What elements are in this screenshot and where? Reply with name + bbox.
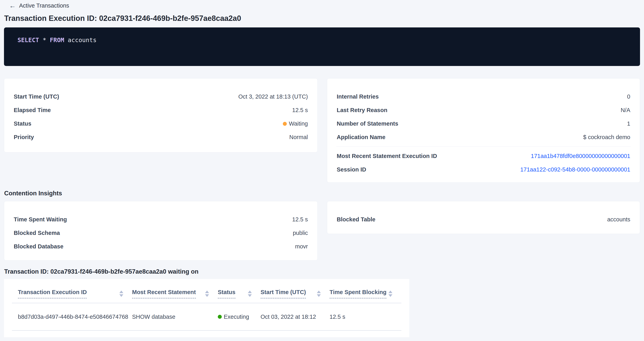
row-label: Elapsed Time	[14, 107, 51, 113]
overview-card-right: Internal Retries 0 Last Retry Reason N/A…	[327, 78, 640, 183]
sort-desc-icon	[205, 294, 209, 297]
row-label: Application Name	[337, 134, 386, 140]
status-text: Waiting	[289, 120, 308, 127]
row-label: Most Recent Statement Execution ID	[337, 153, 437, 159]
row-label: Blocked Schema	[14, 230, 60, 236]
row-label: Status	[14, 120, 32, 127]
row-label: Priority	[14, 134, 34, 140]
sql-statement-text: SELECT * FROM accounts	[18, 36, 630, 44]
table-row: b8d7d03a-d497-446b-8474-e50846674768 SHO…	[12, 303, 401, 330]
waiting-on-heading: Transaction ID: 02ca7931-f246-469b-b2fe-…	[4, 269, 640, 275]
status-waiting-dot-icon	[283, 122, 287, 126]
row-value: Normal	[290, 134, 308, 140]
row-application-name: Application Name $ cockroach demo	[327, 130, 640, 144]
row-status: Status Waiting	[4, 117, 318, 130]
row-value: 12.5 s	[292, 107, 308, 113]
statement-execution-id-link[interactable]: 171aa1b478fdf0e80000000000000001	[531, 153, 630, 159]
sort-asc-icon	[317, 291, 321, 293]
page-title: Transaction Execution ID: 02ca7931-f246-…	[4, 14, 640, 22]
sort-asc-icon	[388, 291, 392, 293]
column-header-label: Most Recent Statement	[132, 289, 196, 299]
transaction-details-page: ← Active Transactions Transaction Execut…	[0, 1, 644, 337]
row-label: Session ID	[337, 166, 366, 173]
sql-keyword-select: SELECT	[18, 36, 39, 43]
row-value: $ cockroach demo	[583, 134, 630, 140]
column-header-label: Start Time (UTC)	[260, 289, 306, 299]
row-value: accounts	[607, 216, 630, 223]
waiting-on-table: Transaction Execution ID Most Recent Sta…	[4, 279, 409, 337]
row-value: 12.5 s	[292, 216, 308, 223]
row-most-recent-statement-execution-id: Most Recent Statement Execution ID 171aa…	[327, 149, 640, 163]
row-value: public	[293, 230, 308, 236]
overview-card-left: Start Time (UTC) Oct 3, 2022 at 18:13 (U…	[4, 78, 318, 152]
column-header-time-spent-blocking[interactable]: Time Spent Blocking	[330, 289, 401, 299]
row-last-retry-reason: Last Retry Reason N/A	[327, 103, 640, 117]
table-row-divider	[12, 330, 401, 331]
sort-asc-icon	[248, 291, 252, 293]
sort-asc-icon	[119, 291, 123, 293]
row-label: Number of Statements	[337, 120, 398, 127]
row-label: Blocked Table	[337, 216, 375, 223]
row-value: movr	[295, 243, 308, 250]
cell-start-time-utc: Oct 03, 2022 at 18:12	[260, 314, 330, 320]
overview-cards: Start Time (UTC) Oct 3, 2022 at 18:13 (U…	[4, 78, 640, 183]
back-link-label: Active Transactions	[19, 2, 69, 9]
column-header-status[interactable]: Status	[218, 289, 260, 299]
column-header-label: Status	[218, 289, 236, 299]
sql-star: *	[39, 36, 50, 43]
sql-table-name: accounts	[64, 36, 97, 43]
cell-most-recent-statement: SHOW database	[132, 314, 218, 320]
cell-transaction-execution-id: b8d7d03a-d497-446b-8474-e50846674768	[18, 314, 132, 320]
sql-keyword-from: FROM	[50, 36, 64, 43]
sort-icon	[388, 291, 392, 297]
back-link-active-transactions[interactable]: ← Active Transactions	[9, 1, 69, 9]
cell-status: Executing	[218, 314, 260, 320]
column-header-start-time-utc[interactable]: Start Time (UTC)	[260, 289, 330, 299]
sort-asc-icon	[205, 291, 209, 293]
contention-insights-heading: Contention Insights	[4, 190, 640, 197]
contention-card-left: Time Spent Waiting 12.5 s Blocked Schema…	[4, 201, 318, 261]
row-label: Start Time (UTC)	[14, 93, 59, 100]
sort-desc-icon	[388, 294, 392, 297]
row-internal-retries: Internal Retries 0	[327, 90, 640, 103]
card-divider	[336, 146, 631, 147]
row-blocked-table: Blocked Table accounts	[327, 213, 640, 226]
session-id-link[interactable]: 171aa122-c092-54b8-0000-000000000001	[520, 166, 630, 173]
sort-icon	[248, 291, 252, 297]
table-header-row: Transaction Execution ID Most Recent Sta…	[12, 279, 401, 299]
row-label: Last Retry Reason	[337, 107, 388, 113]
back-arrow-icon: ←	[9, 2, 16, 9]
sql-statement-box: SELECT * FROM accounts	[4, 27, 640, 66]
row-value: 0	[627, 93, 630, 100]
row-priority: Priority Normal	[4, 130, 318, 144]
column-header-most-recent-statement[interactable]: Most Recent Statement	[132, 289, 218, 299]
cell-time-spent-blocking: 12.5 s	[330, 314, 401, 320]
status-badge: Waiting	[283, 120, 308, 127]
column-header-label: Transaction Execution ID	[18, 289, 87, 299]
contention-card-right: Blocked Table accounts	[327, 201, 640, 234]
row-label: Blocked Database	[14, 243, 64, 250]
column-header-transaction-execution-id[interactable]: Transaction Execution ID	[18, 289, 132, 299]
row-start-time: Start Time (UTC) Oct 3, 2022 at 18:13 (U…	[4, 90, 318, 103]
sort-desc-icon	[248, 294, 252, 297]
row-value: Oct 3, 2022 at 18:13 (UTC)	[238, 93, 308, 100]
sort-icon	[119, 291, 123, 297]
sort-icon	[317, 291, 321, 297]
contention-cards: Time Spent Waiting 12.5 s Blocked Schema…	[4, 201, 640, 261]
sort-desc-icon	[317, 294, 321, 297]
sort-icon	[205, 291, 209, 297]
row-number-of-statements: Number of Statements 1	[327, 117, 640, 130]
row-blocked-schema: Blocked Schema public	[4, 226, 318, 240]
status-text: Executing	[224, 314, 249, 320]
row-session-id: Session ID 171aa122-c092-54b8-0000-00000…	[327, 163, 640, 176]
row-value: N/A	[621, 107, 630, 113]
row-label: Internal Retries	[337, 93, 379, 100]
sort-desc-icon	[119, 294, 123, 297]
row-value: 1	[627, 120, 630, 127]
row-time-spent-waiting: Time Spent Waiting 12.5 s	[4, 213, 318, 226]
row-elapsed-time: Elapsed Time 12.5 s	[4, 103, 318, 117]
status-executing-dot-icon	[218, 315, 222, 319]
row-label: Time Spent Waiting	[14, 216, 67, 223]
column-header-label: Time Spent Blocking	[330, 289, 386, 299]
row-blocked-database: Blocked Database movr	[4, 240, 318, 253]
